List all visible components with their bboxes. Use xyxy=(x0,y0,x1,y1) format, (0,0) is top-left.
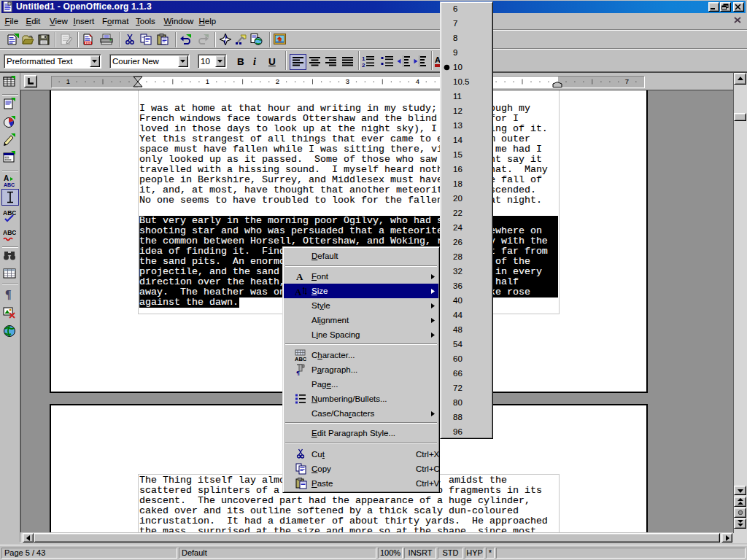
svg-text:2: 2 xyxy=(362,62,365,68)
svg-text:A: A xyxy=(295,287,302,296)
svg-text:A: A xyxy=(4,174,9,182)
svg-text:A: A xyxy=(296,271,303,281)
svg-text:¶: ¶ xyxy=(5,288,12,300)
svg-text:ABC: ABC xyxy=(4,182,15,187)
svg-text:1: 1 xyxy=(362,55,365,62)
svg-text:ABC: ABC xyxy=(3,209,16,217)
svg-text:¶: ¶ xyxy=(296,370,300,376)
svg-text:ABC: ABC xyxy=(3,229,16,236)
svg-text:ABC: ABC xyxy=(295,356,306,362)
